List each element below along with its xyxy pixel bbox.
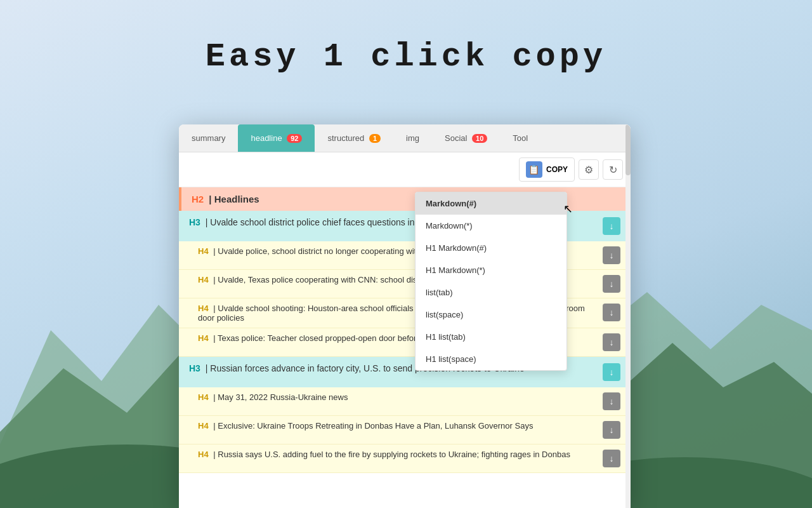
social-badge: 10 xyxy=(472,134,487,143)
tab-img[interactable]: img xyxy=(393,124,432,152)
refresh-icon: ↻ xyxy=(609,164,617,176)
h4-row-7: H4 | Russia says U.S. adding fuel to the… xyxy=(179,444,631,473)
dropdown-item-h1-list-space[interactable]: H1 list(space) xyxy=(416,348,566,370)
dropdown-item-h1-markdown-star[interactable]: H1 Markdown(*) xyxy=(416,259,566,281)
dropdown-item-list-space[interactable]: list(space) xyxy=(416,304,566,326)
tab-headline[interactable]: headline 92 xyxy=(238,124,315,152)
h4-5-download-button[interactable]: ↓ xyxy=(603,392,620,410)
dropdown-item-markdown-star[interactable]: Markdown(*) xyxy=(416,215,566,237)
tab-social[interactable]: Social 10 xyxy=(432,124,500,152)
h4-row-6: H4 | Exclusive: Ukraine Troops Retreatin… xyxy=(179,416,631,444)
headline-badge: 92 xyxy=(287,134,302,143)
tab-structured[interactable]: structured 1 xyxy=(315,124,393,152)
gear-icon: ⚙ xyxy=(584,164,593,176)
settings-button[interactable]: ⚙ xyxy=(579,159,599,180)
page-title: Easy 1 click copy xyxy=(0,0,812,76)
h3-2-download-button[interactable]: ↓ xyxy=(603,363,620,381)
h4-6-download-button[interactable]: ↓ xyxy=(603,421,620,439)
h3-1-download-button[interactable]: ↓ xyxy=(603,217,620,235)
h4-4-download-button[interactable]: ↓ xyxy=(603,333,620,351)
tab-tool[interactable]: Tool xyxy=(500,124,540,152)
h4-row-5: H4 | May 31, 2022 Russia-Ukraine news ↓ xyxy=(179,387,631,416)
tab-bar: summary headline 92 structured 1 img Soc… xyxy=(179,124,631,152)
dropdown-item-list-tab[interactable]: list(tab) xyxy=(416,281,566,304)
h4-2-download-button[interactable]: ↓ xyxy=(603,275,620,293)
dropdown-item-h1-list-tab[interactable]: H1 list(tab) xyxy=(416,326,566,348)
cursor-pointer: ↖ xyxy=(563,202,576,215)
refresh-button[interactable]: ↻ xyxy=(603,159,623,180)
h4-1-download-button[interactable]: ↓ xyxy=(603,246,620,264)
scrollbar[interactable] xyxy=(625,124,631,508)
tab-summary[interactable]: summary xyxy=(179,124,238,152)
dropdown-item-markdown-hash[interactable]: Markdown(#) xyxy=(416,192,566,215)
structured-badge: 1 xyxy=(369,134,381,143)
format-dropdown[interactable]: Markdown(#) Markdown(*) H1 Markdown(#) H… xyxy=(415,192,567,371)
dropdown-item-h1-markdown-hash[interactable]: H1 Markdown(#) xyxy=(416,237,566,259)
h4-7-download-button[interactable]: ↓ xyxy=(603,450,620,467)
toolbar: 📋 COPY ⚙ ↻ xyxy=(179,152,631,187)
scrollbar-thumb[interactable] xyxy=(625,124,631,175)
h4-3-download-button[interactable]: ↓ xyxy=(603,304,620,321)
clipboard-icon: 📋 xyxy=(526,161,542,178)
copy-button[interactable]: 📋 COPY xyxy=(519,157,575,182)
